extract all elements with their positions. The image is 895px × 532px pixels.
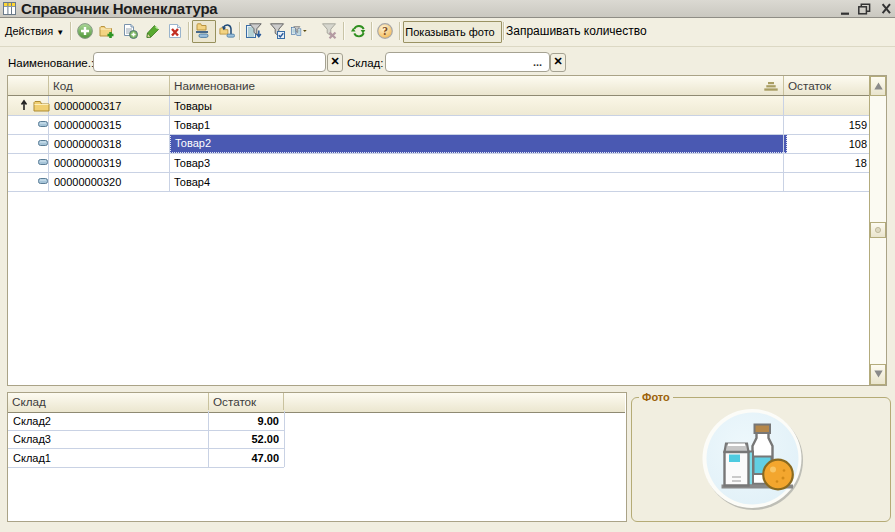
svg-text:?: ? <box>382 25 388 37</box>
